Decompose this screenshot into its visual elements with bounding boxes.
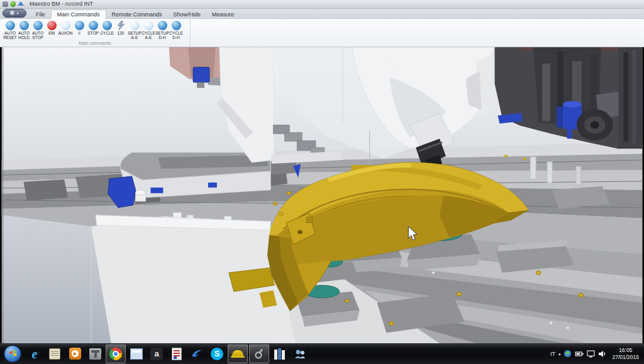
round-button-icon [172,21,181,30]
window-icon [130,348,143,360]
blue-block [193,67,209,82]
library-icon [274,348,286,360]
ribbon: AUTORESET AUTOHOLD AUTOSTOP EM AUXON [0,18,644,47]
lightning-icon [116,21,126,30]
ribbon-tab-bar: ▾ File Main Commands Remote Commands Sho… [0,9,644,18]
auxon-button[interactable]: AUXON [58,21,72,40]
taskbar-icon-cnc-app[interactable] [86,345,104,363]
round-button-icon [89,21,98,30]
tab-remote-commands[interactable]: Remote Commands [106,10,168,18]
people-icon [293,347,307,361]
round-button-icon [103,21,112,30]
ie-icon: e [32,348,38,360]
skype-icon: S [211,348,223,360]
home-icon[interactable] [18,1,24,6]
media-player-icon [69,348,81,360]
cycle-ae-button[interactable]: CYCLEA-E [142,21,155,40]
app-menu-icon[interactable] [3,1,8,7]
run-status-icon[interactable] [10,1,16,7]
auto-reset-button[interactable]: AUTORESET [3,21,17,40]
a-app-icon: a [150,348,163,360]
title-bar: Maestro BM - Accord INT [0,0,644,9]
tab-main-commands[interactable]: Main Commands [51,9,106,19]
show-hidden-icons-button[interactable]: ▴ [558,351,561,356]
chevron-down-icon: ▾ [16,11,18,15]
taskbar-icon-skype[interactable]: S [208,345,226,363]
display-network-icon[interactable] [587,350,595,358]
window-edge [2,47,4,343]
main-commands-group: AUTORESET AUTOHOLD AUTOSTOP EM AUXON [0,19,191,46]
taskbar-icon-a-app[interactable]: a [147,345,166,363]
cycle-button[interactable]: CYCLE [100,21,114,40]
setup-ae-button[interactable]: SETUPA-E [128,21,142,40]
network-globe-icon[interactable] [564,350,572,358]
round-button-icon [61,21,70,30]
blue-clamp-small [208,183,217,188]
round-button-icon [144,21,153,30]
taskbar-icon-tool-app[interactable] [249,344,269,363]
clock[interactable]: 16:05 27/01/2015 [612,347,639,361]
taskbar-icon-media-library[interactable] [270,345,289,363]
wrench-icon [252,347,266,361]
notepad-icon [49,348,60,360]
hard-hat-icon [231,349,245,359]
stop-button[interactable]: STOP [86,21,100,40]
round-button-icon [33,21,43,30]
tab-measure[interactable]: Measure [206,10,240,18]
group-label: Main commands [0,41,190,45]
application-menu-button[interactable]: ▾ [3,9,26,18]
taskbar-icon-maestro-sim[interactable] [228,344,248,363]
system-tray: IT ▴ 16:05 27/01/2015 [550,347,643,361]
round-button-icon [47,21,57,30]
feed-override-button[interactable]: // [72,21,86,40]
window-title: Maestro BM - Accord INT [30,1,93,7]
setup-dh-button[interactable]: SETUPD-H [155,21,169,40]
taskbar-icon-cad-viewer[interactable] [187,345,206,363]
taskbar-icon-text-document[interactable] [167,345,186,363]
date: 27/01/2015 [612,354,639,361]
round-button-icon [130,21,140,30]
application-window: Maestro BM - Accord INT ▾ File Main Comm… [0,0,644,364]
taskbar: e a S IT ▴ 16:05 27/01/2015 [0,343,644,364]
taskbar-icon-document-window[interactable] [127,345,146,363]
language-indicator[interactable]: IT [550,351,555,357]
time: 16:05 [612,347,639,354]
cnc-machine-icon [89,348,101,360]
voltage-120-button[interactable]: 120 [114,21,128,40]
round-button-icon [158,21,167,30]
chrome-icon [109,348,122,360]
em-button[interactable]: EM [45,21,58,40]
round-button-icon [75,21,84,30]
taskbar-icon-contacts[interactable] [291,345,309,363]
auto-stop-button[interactable]: AUTOSTOP [31,21,45,40]
auto-hold-button[interactable]: AUTOHOLD [17,21,31,40]
battery-icon[interactable] [575,350,584,358]
viewport-3d[interactable] [0,47,644,343]
start-button[interactable] [4,345,21,363]
windows-flag-icon [9,350,16,357]
round-button-icon [19,21,29,30]
tab-show-hide[interactable]: Show/Hide [168,10,207,18]
round-button-icon [6,21,15,30]
taskbar-icon-chrome[interactable] [106,344,126,363]
document-icon [172,348,182,360]
taskbar-icon-notepad[interactable] [45,345,64,363]
cycle-dh-button[interactable]: CYCLED-H [169,21,183,40]
blue-clamp-small [150,188,163,193]
volume-icon[interactable] [598,350,606,358]
app-emblem-icon [10,11,14,15]
tab-file[interactable]: File [30,10,51,18]
taskbar-icon-internet-explorer[interactable]: e [25,345,44,363]
taskbar-icon-media-player[interactable] [65,345,84,363]
blue-swoosh-icon [190,347,204,361]
